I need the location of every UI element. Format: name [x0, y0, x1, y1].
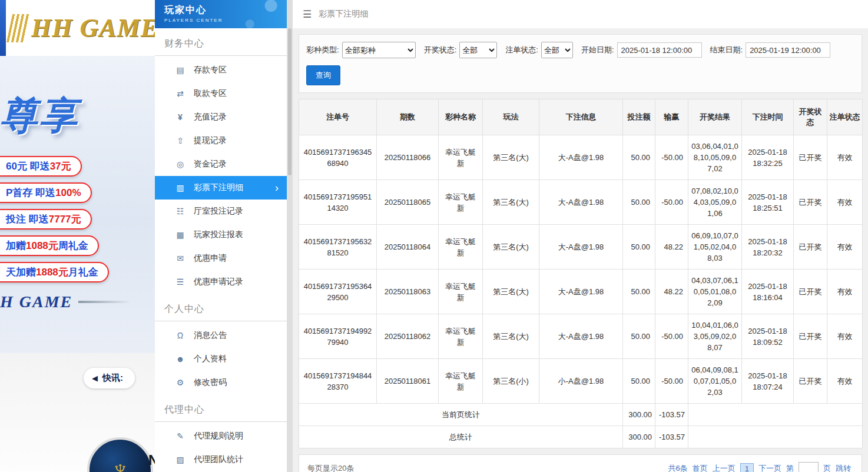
- sidebar-section-title: 代理中心: [155, 394, 287, 422]
- cell: -50.00: [655, 135, 688, 180]
- cell: -50.00: [655, 180, 688, 225]
- sidebar-item-label: 个人资料: [194, 354, 227, 364]
- pagination-controls: 共6条 首页 上一页 1 下一页 第 页 跳转: [666, 462, 853, 472]
- cell: 20250118063: [377, 270, 439, 314]
- brand-dash-decoration: [78, 301, 131, 303]
- order-status-select[interactable]: 全部: [541, 42, 573, 58]
- agent-rules-icon: [175, 431, 185, 441]
- filter-actions: 查询: [306, 65, 854, 85]
- jump-page-input[interactable]: [799, 462, 819, 472]
- current-page[interactable]: 1: [740, 463, 754, 472]
- prev-page-link[interactable]: 上一页: [713, 463, 736, 472]
- table-row: 40156917371953642950020250118063幸运飞艇新第三名…: [299, 270, 863, 314]
- filter-row: 彩种类型: 全部彩种 开奖状态: 全部 注单状态: 全部 开始日期: 结束日期:: [306, 42, 854, 58]
- next-page-link[interactable]: 下一页: [758, 463, 781, 472]
- cell: 20250118062: [377, 314, 439, 359]
- sidebar-header: 玩家中心 PLAYERS CENTER: [155, 0, 287, 28]
- cell: 幸运飞艇新: [439, 225, 483, 270]
- sidebar-item-withdraw[interactable]: 取款专区: [155, 82, 287, 105]
- bets-table-panel: 注单号期数彩种名称玩法下注信息投注额输赢开奖结果下注时间开奖状态注单状态 401…: [299, 99, 862, 448]
- cell: 第三名(大): [483, 270, 539, 314]
- sidebar-item-hall-bets[interactable]: 厅室投注记录: [155, 200, 287, 223]
- background-bottom-area: ◀ 快讯: ♆ N: [0, 353, 155, 472]
- table-row: 40156917371959511432020250118065幸运飞艇新第三名…: [299, 180, 863, 225]
- cell: 20250118061: [377, 359, 439, 404]
- cell: 有效: [827, 314, 863, 359]
- sidebar-item-label: 取款专区: [194, 88, 227, 99]
- sidebar-sections: 财务中心存款专区取款专区充值记录提现记录资金记录彩票下注明细›厅室投注记录玩家投…: [155, 28, 287, 471]
- sidebar-item-player-report[interactable]: 玩家投注报表: [155, 223, 287, 247]
- table-row: 40156917371948442837020250118061幸运飞艇新第三名…: [299, 359, 863, 404]
- end-date-label: 结束日期:: [710, 45, 743, 55]
- sidebar-item-promo-apply[interactable]: 优惠申请: [155, 247, 287, 270]
- cell: 10,04,01,06,03,05,09,02,08,07: [688, 314, 742, 359]
- promo-pill-text: 月礼金: [68, 265, 98, 279]
- jump-suffix-label: 页: [823, 463, 831, 472]
- footer-logo-badge: ♆: [87, 437, 153, 472]
- sidebar-item-deposit[interactable]: 存款专区: [155, 58, 287, 82]
- sidebar-item-announcement[interactable]: 消息公告: [155, 324, 287, 347]
- withdraw-icon: [175, 89, 185, 98]
- cell: 已开奖: [794, 359, 827, 404]
- sidebar-scrollbar-track[interactable]: [287, 0, 293, 472]
- jump-button[interactable]: 跳转: [836, 463, 851, 472]
- draw-status-select[interactable]: 全部: [459, 42, 497, 58]
- cell: 已开奖: [794, 270, 827, 314]
- cashout-record-icon: [175, 136, 185, 145]
- sidebar-item-password[interactable]: 修改密码: [155, 371, 287, 394]
- menu-icon[interactable]: ☰: [303, 8, 312, 21]
- hall-bets-icon: [175, 207, 185, 216]
- sidebar-item-cashout-record[interactable]: 提现记录: [155, 129, 287, 152]
- promo-pill: P首存 即送100%: [0, 182, 92, 203]
- cell: 已开奖: [794, 225, 827, 270]
- sidebar-item-label: 消息公告: [194, 330, 227, 341]
- table-row: 40156917371963456894020250118066幸运飞艇新第三名…: [299, 135, 863, 180]
- sidebar-item-funds-record[interactable]: 资金记录: [155, 152, 287, 176]
- news-label: 快讯:: [102, 373, 123, 384]
- column-header: 注单号: [299, 99, 377, 135]
- background-promo-page: HH GAME 尊享 60元 即送37元P首存 即送100%投注 即送7777元…: [0, 0, 155, 472]
- cell: 2025-01-18 18:32:25: [742, 135, 794, 180]
- cell: 幸运飞艇新: [439, 180, 483, 225]
- cell: 第三名(大): [483, 314, 539, 359]
- lottery-type-select[interactable]: 全部彩种: [342, 42, 416, 58]
- search-button[interactable]: 查询: [306, 65, 340, 85]
- table-body: 40156917371963456894020250118066幸运飞艇新第三名…: [299, 135, 863, 448]
- main-topbar: ☰ 彩票下注明细: [293, 0, 868, 28]
- sidebar-item-lottery-bets[interactable]: 彩票下注明细›: [155, 176, 287, 200]
- column-header: 下注信息: [539, 99, 623, 135]
- sidebar-item-label: 代理规则说明: [194, 431, 243, 441]
- promo-brand-text: H GAME: [0, 292, 72, 311]
- sidebar-item-agent-rules[interactable]: 代理规则说明: [155, 424, 287, 448]
- background-header: HH GAME: [6, 0, 155, 56]
- cell: 50.00: [623, 314, 655, 359]
- sidebar-item-agent-team[interactable]: 代理团队统计: [155, 448, 287, 471]
- promo-pill-text: 100%: [55, 187, 81, 199]
- promo-pill: 加赠1088元周礼金: [0, 235, 99, 256]
- cell: 有效: [827, 359, 863, 404]
- first-page-link[interactable]: 首页: [693, 463, 708, 472]
- promo-banner: 尊享 60元 即送37元P首存 即送100%投注 即送7777元加赠1088元周…: [0, 56, 155, 353]
- column-header: 玩法: [483, 99, 539, 135]
- cell: 401569173719499279940: [299, 314, 377, 359]
- cell: 有效: [827, 225, 863, 270]
- end-date-input[interactable]: [746, 42, 830, 58]
- sidebar-item-recharge-record[interactable]: 充值记录: [155, 105, 287, 129]
- start-date-input[interactable]: [617, 42, 702, 58]
- sidebar-item-profile[interactable]: 个人资料: [155, 347, 287, 371]
- sidebar-title: 玩家中心: [164, 4, 287, 16]
- cell: 06,04,09,08,10,07,01,05,02,03: [688, 359, 742, 404]
- filter-panel: 彩种类型: 全部彩种 开奖状态: 全部 注单状态: 全部 开始日期: 结束日期:…: [299, 34, 862, 93]
- cell: 大-A盘@1.98: [539, 225, 623, 270]
- promo-pill-text: P首存 即送: [6, 186, 55, 200]
- sidebar-scrollbar-thumb[interactable]: [288, 28, 291, 175]
- site-logo: HH GAME: [9, 13, 155, 43]
- sidebar-item-label: 优惠申请: [194, 253, 227, 264]
- cell: 50.00: [623, 135, 655, 180]
- cell: 03,06,04,01,08,10,05,09,07,02: [688, 135, 742, 180]
- cell: 幸运飞艇新: [439, 359, 483, 404]
- cell: 已开奖: [794, 135, 827, 180]
- sidebar-item-promo-record[interactable]: 优惠申请记录: [155, 270, 287, 294]
- pagination-bar: 每页显示20条 共6条 首页 上一页 1 下一页 第 页 跳转: [299, 454, 862, 472]
- announcement-icon: [175, 331, 185, 340]
